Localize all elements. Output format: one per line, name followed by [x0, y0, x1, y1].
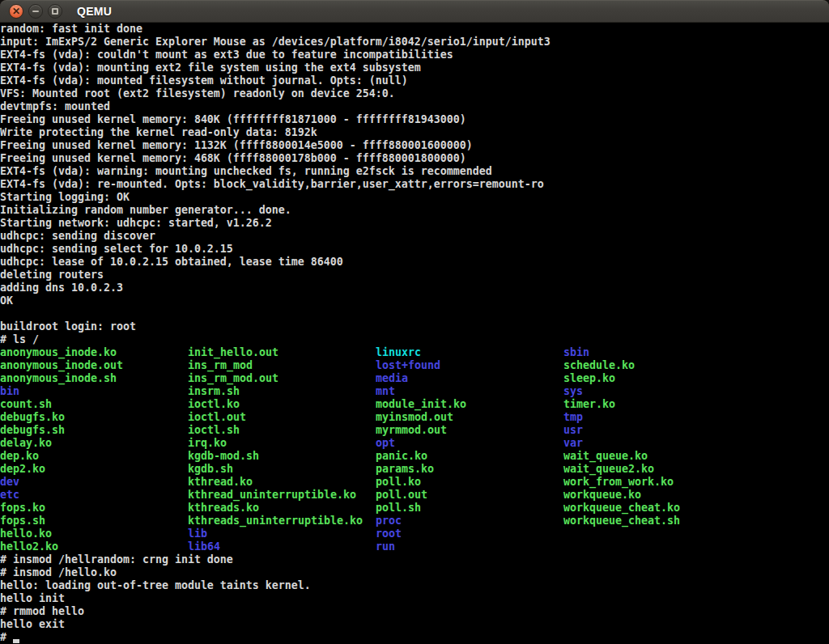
- ls-entry-dir: proc: [376, 515, 563, 527]
- console-line: EXT4-fs (vda): warning: mounting uncheck…: [0, 165, 829, 178]
- ls-row: anonymous_inode.koinit_hello.outlinuxrcs…: [0, 346, 829, 359]
- console-line: Initializing random number generator... …: [0, 204, 829, 217]
- close-icon: ✕: [12, 6, 20, 16]
- console-line: udhcpc: sending discover: [0, 230, 829, 243]
- ls-row: dep2.kokgdb.shparams.kowait_queue2.ko: [0, 463, 829, 476]
- ls-entry-file: schedule.ko: [563, 359, 751, 372]
- ls-entry-dir: sbin: [563, 346, 751, 359]
- ls-row: debugfs.shioctl.shmyrmmod.outusr: [0, 424, 829, 437]
- console-line: random: fast init done: [0, 23, 829, 36]
- ls-entry-file: panic.ko: [376, 450, 563, 463]
- ls-entry-file: myrmmod.out: [376, 424, 563, 437]
- ls-entry-dir: media: [376, 372, 563, 385]
- console-line: Freeing unused kernel memory: 1132K (fff…: [0, 139, 829, 152]
- ls-entry-file: wait_queue2.ko: [563, 463, 751, 476]
- console-output[interactable]: random: fast init doneinput: ImExPS/2 Ge…: [0, 23, 829, 644]
- console-line: [0, 307, 829, 320]
- ls-entry-file: kgdb.sh: [188, 463, 376, 476]
- minimize-icon: [32, 11, 39, 12]
- console-line: adding dns 10.0.2.3: [0, 282, 829, 294]
- console-line: Starting logging: OK: [0, 191, 829, 204]
- ls-entry-file: kthreads.ko: [188, 502, 376, 515]
- text-cursor: [13, 631, 19, 644]
- console-line: hello exit: [0, 618, 829, 631]
- ls-entry-dir: etc: [0, 489, 188, 502]
- ls-entry-file: workqueue.ko: [563, 489, 751, 502]
- ls-entry-file: ins_rm_mod: [188, 359, 376, 372]
- ls-entry-dir: run: [376, 540, 563, 553]
- minimize-button[interactable]: [28, 4, 43, 19]
- ls-entry-file: count.sh: [0, 398, 188, 411]
- ls-entry-file: debugfs.ko: [0, 411, 188, 424]
- ls-entry-file: anonymous_inode.sh: [0, 372, 188, 385]
- ls-entry-file: dep.ko: [0, 450, 188, 463]
- ls-entry-dir: root: [376, 527, 563, 540]
- ls-entry-file: workqueue_cheat.ko: [563, 502, 751, 515]
- console-line: Starting network: udhcpc: started, v1.26…: [0, 217, 829, 230]
- console-line: # rmmod hello: [0, 605, 829, 618]
- console-line: deleting routers: [0, 269, 829, 282]
- ls-entry-file: wait_queue.ko: [563, 450, 751, 463]
- ls-row: anonymous_inode.outins_rm_modlost+founds…: [0, 359, 829, 372]
- ls-entry-file: init_hello.out: [188, 346, 376, 359]
- close-button[interactable]: ✕: [9, 4, 23, 19]
- console-line: buildroot login: root: [0, 320, 829, 333]
- ls-row: bininsrm.shmntsys: [0, 385, 829, 398]
- ls-entry-file: ins_rm_mod.out: [188, 372, 376, 385]
- ls-entry-dir: bin: [0, 385, 188, 398]
- ls-row: count.shioctl.komodule_init.kotimer.ko: [0, 398, 829, 411]
- qemu-window: ✕ QEMU random: fast init doneinput: ImEx…: [0, 0, 829, 644]
- ls-entry-file: anonymous_inode.out: [0, 359, 188, 372]
- ls-row: hello2.kolib64run: [0, 540, 829, 553]
- ls-row: hello.kolibroot: [0, 527, 829, 540]
- ls-entry-file: ioctl.ko: [188, 398, 376, 411]
- ls-entry-file: sleep.ko: [563, 372, 751, 385]
- prompt-line: #: [0, 631, 829, 644]
- ls-entry-dir: sys: [563, 385, 751, 398]
- window-title: QEMU: [77, 5, 112, 18]
- ls-row: dep.kokgdb-mod.shpanic.kowait_queue.ko: [0, 450, 829, 463]
- console-line: Write protecting the kernel read-only da…: [0, 126, 829, 139]
- console-line: input: ImExPS/2 Generic Explorer Mouse a…: [0, 36, 829, 49]
- ls-row: fops.shkthreads_uninterruptible.koprocwo…: [0, 515, 829, 527]
- ls-entry-file: poll.ko: [376, 476, 563, 489]
- console-line: hello init: [0, 592, 829, 605]
- ls-row: fops.kokthreads.kopoll.shworkqueue_cheat…: [0, 502, 829, 515]
- ls-entry-dir: lib: [188, 527, 376, 540]
- ls-entry-dir: dev: [0, 476, 188, 489]
- ls-row: debugfs.koioctl.outmyinsmod.outtmp: [0, 411, 829, 424]
- console-line: # ls /: [0, 333, 829, 346]
- ls-entry-file: timer.ko: [563, 398, 751, 411]
- ls-entry-dir: lib64: [188, 540, 376, 553]
- console-line: VFS: Mounted root (ext2 filesystem) read…: [0, 87, 829, 100]
- console-line: OK: [0, 294, 829, 307]
- ls-entry-file: workqueue_cheat.sh: [563, 515, 751, 527]
- ls-entry-file: dep2.ko: [0, 463, 188, 476]
- ls-entry-file: fops.ko: [0, 502, 188, 515]
- ls-entry-file: ioctl.out: [188, 411, 376, 424]
- ls-entry-file: anonymous_inode.ko: [0, 346, 188, 359]
- ls-row: devkthread.kopoll.kowork_from_work.ko: [0, 476, 829, 489]
- ls-entry-dir: mnt: [376, 385, 563, 398]
- ls-entry-file: poll.out: [376, 489, 563, 502]
- ls-entry-file: poll.sh: [376, 502, 563, 515]
- ls-entry-file: kgdb-mod.sh: [188, 450, 376, 463]
- ls-entry-file: hello.ko: [0, 527, 188, 540]
- ls-entry-file: ioctl.sh: [188, 424, 376, 437]
- ls-entry-file: irq.ko: [188, 437, 376, 450]
- window-titlebar[interactable]: ✕ QEMU: [0, 0, 829, 23]
- ls-entry-file: debugfs.sh: [0, 424, 188, 437]
- console-line: hello: loading out-of-tree module taints…: [0, 579, 829, 592]
- ls-entry-file: insrm.sh: [188, 385, 376, 398]
- maximize-icon: [52, 8, 58, 15]
- console-line: Freeing unused kernel memory: 840K (ffff…: [0, 113, 829, 126]
- prompt-text: #: [0, 631, 13, 643]
- ls-entry-file: hello2.ko: [0, 540, 188, 553]
- ls-entry-symlink: linuxrc: [376, 346, 563, 359]
- console-line: # insmod /hellrandom: crng init done: [0, 553, 829, 566]
- console-line: EXT4-fs (vda): re-mounted. Opts: block_v…: [0, 178, 829, 191]
- ls-entry-file: fops.sh: [0, 515, 188, 527]
- ls-entry-dir: opt: [376, 437, 563, 450]
- maximize-button[interactable]: [48, 4, 62, 19]
- console-line: udhcpc: sending select for 10.0.2.15: [0, 243, 829, 256]
